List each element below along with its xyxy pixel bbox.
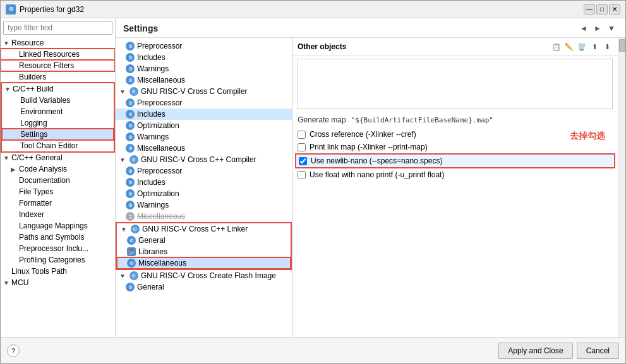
tree-item-settings[interactable]: Settings — [2, 129, 114, 140]
tree-item-documentation[interactable]: Documentation — [1, 175, 115, 186]
stree-warnings3[interactable]: ⚙ Warnings — [116, 199, 292, 211]
tree-item-cpp-build[interactable]: ▼ C/C++ Build — [2, 83, 114, 95]
stree-label: Preprocessor — [137, 98, 182, 107]
stree-general1[interactable]: ⚙ General — [117, 235, 291, 246]
stree-preprocessor3[interactable]: ⚙ Preprocessor — [116, 165, 292, 177]
cross-ref-checkbox[interactable] — [298, 131, 306, 139]
stree-preprocessor1[interactable]: ⚙ Preprocessor — [116, 40, 292, 52]
tree-item-label: Paths and Symbols — [19, 233, 84, 242]
tree-item-linux-tools[interactable]: Linux Tools Path — [1, 266, 115, 277]
tree-item-indexer[interactable]: Indexer — [1, 209, 115, 220]
tree-item-profiling[interactable]: Profiling Categories — [1, 254, 115, 266]
stree-misc3[interactable]: ⚙ Miscellaneous — [116, 211, 292, 222]
gear-icon: ⚙ — [126, 189, 135, 198]
title-bar: ⚙ Properties for gd32 — □ ✕ — [1, 1, 625, 18]
print-link-checkbox[interactable] — [298, 143, 306, 151]
tree-item-label: MCU — [11, 278, 28, 287]
stree-misc1[interactable]: ⚙ Miscellaneous — [116, 74, 292, 86]
stree-optimization1[interactable]: ⚙ Optimization — [116, 120, 292, 131]
cancel-button[interactable]: Cancel — [577, 343, 619, 359]
tree-item-code-analysis[interactable]: ▶ Code Analysis — [1, 163, 115, 175]
stree-label: Miscellaneous — [137, 212, 185, 221]
tree-item-builders[interactable]: Builders — [1, 71, 115, 83]
back-button[interactable]: ◄ — [577, 22, 590, 35]
use-float-row: Use float with nano printf (-u_printf fl… — [292, 168, 618, 181]
stree-warnings1[interactable]: ⚙ Warnings — [116, 63, 292, 74]
gear-icon: ⚙ — [126, 132, 135, 141]
settings-title: Settings — [123, 23, 158, 33]
stree-preprocessor2[interactable]: ⚙ Preprocessor — [116, 97, 292, 109]
stree-label: Includes — [137, 53, 166, 62]
expand-arrow: ▼ — [4, 86, 11, 93]
tree-item-label: Documentation — [19, 176, 70, 185]
help-button[interactable]: ? — [7, 344, 20, 357]
tree-item-label: Build Variables — [20, 96, 70, 105]
tree-item-label: Language Mappings — [19, 221, 88, 230]
close-button[interactable]: ✕ — [609, 4, 620, 15]
stree-warnings2[interactable]: ⚙ Warnings — [116, 131, 292, 143]
stree-label: Optimization — [137, 121, 179, 130]
tree-item-label: Resource — [11, 38, 44, 47]
filter-input[interactable] — [3, 21, 112, 35]
tree-item-label: Tool Chain Editor — [20, 141, 78, 150]
tree-item-label: Profiling Categories — [19, 255, 85, 264]
tree-item-resource[interactable]: ▼ Resource — [1, 37, 115, 49]
gear-icon: ⚙ — [126, 64, 135, 73]
tree-item-preprocessor-includes[interactable]: Preprocessor Inclu... — [1, 243, 115, 254]
stree-gnu-linker[interactable]: ▼ ⚙ GNU RISC-V Cross C++ Linker — [117, 223, 291, 235]
gear-icon: ⚙ — [127, 236, 136, 245]
tree-item-label: Builders — [19, 73, 46, 81]
tree-item-label: Formatter — [19, 199, 52, 208]
maximize-button[interactable]: □ — [596, 4, 608, 15]
tree-item-cpp-general[interactable]: ▼ C/C++ General — [1, 152, 115, 163]
tree-item-label: Resource Filters — [19, 61, 74, 70]
tree-item-build-variables[interactable]: Build Variables — [2, 95, 114, 106]
menu-button[interactable]: ▼ — [605, 22, 618, 35]
linker-icon: ⚙ — [131, 225, 140, 233]
tree-item-logging[interactable]: Logging — [2, 117, 114, 129]
stree-includes2[interactable]: ⚙ Includes — [116, 109, 292, 120]
stree-general2[interactable]: ⚙ General — [116, 281, 292, 293]
gear-icon: ⚙ — [127, 259, 136, 267]
tree-item-toolchain-editor[interactable]: Tool Chain Editor — [2, 140, 114, 151]
forward-button[interactable]: ► — [591, 22, 604, 35]
stree-gnu-flash[interactable]: ▼ ⚙ GNU RISC-V Cross Create Flash Image — [116, 270, 292, 281]
use-float-label: Use float with nano printf (-u_printf fl… — [310, 170, 444, 179]
tree-item-environment[interactable]: Environment — [2, 106, 114, 117]
expand-arrow: ▶ — [11, 166, 17, 173]
stree-libraries1[interactable]: 📚 Libraries — [117, 246, 291, 257]
up-icon-btn[interactable]: ⬆ — [589, 42, 600, 52]
tree-item-linked-resources[interactable]: Linked Resources — [1, 49, 115, 60]
stree-gnu-c[interactable]: ▼ ⚙ GNU RISC-V Cross C Compiler — [116, 86, 292, 97]
tree-item-formatter[interactable]: Formatter — [1, 197, 115, 209]
tree-item-file-types[interactable]: File Types — [1, 186, 115, 197]
right-scrollbar[interactable] — [618, 38, 625, 337]
stree-miscellaneous-linker[interactable]: ⚙ Miscellaneous — [117, 257, 291, 269]
stree-label: GNU RISC-V Cross C Compiler — [141, 87, 248, 96]
stree-includes1[interactable]: ⚙ Includes — [116, 52, 292, 63]
apply-close-button[interactable]: Apply and Close — [498, 343, 572, 359]
gear-icon: ⚙ — [126, 76, 135, 85]
add-icon-btn[interactable]: 📋 — [551, 42, 562, 52]
tree-item-resource-filters[interactable]: Resource Filters — [1, 60, 115, 71]
delete-icon-btn[interactable]: 🗑️ — [576, 42, 587, 52]
use-newlib-checkbox[interactable] — [299, 157, 307, 165]
edit-icon-btn[interactable]: ✏️ — [563, 42, 575, 52]
button-row: Apply and Close Cancel — [498, 343, 619, 359]
settings-tree: ⚙ Preprocessor ⚙ Includes ⚙ Warnings ⚙ M… — [116, 38, 292, 337]
gear-icon: ⚙ — [126, 283, 135, 291]
print-link-label: Print link map (-Xlinker --print-map) — [310, 143, 428, 151]
use-float-checkbox[interactable] — [298, 171, 306, 179]
tree-item-label: C/C++ General — [11, 153, 63, 162]
stree-optimization2[interactable]: ⚙ Optimization — [116, 188, 292, 199]
stree-label: Miscellaneous — [138, 259, 186, 267]
tree-item-paths-symbols[interactable]: Paths and Symbols — [1, 232, 115, 243]
stree-misc2[interactable]: ⚙ Miscellaneous — [116, 143, 292, 154]
minimize-button[interactable]: — — [584, 4, 595, 15]
tree-item-language-mappings[interactable]: Language Mappings — [1, 220, 115, 232]
stree-label: Warnings — [137, 201, 169, 209]
stree-includes3[interactable]: ⚙ Includes — [116, 177, 292, 188]
stree-gnu-cpp[interactable]: ▼ ⚙ GNU RISC-V Cross C++ Compiler — [116, 154, 292, 165]
down-icon-btn[interactable]: ⬇ — [601, 42, 613, 52]
tree-item-mcu[interactable]: ▼ MCU — [1, 277, 115, 288]
